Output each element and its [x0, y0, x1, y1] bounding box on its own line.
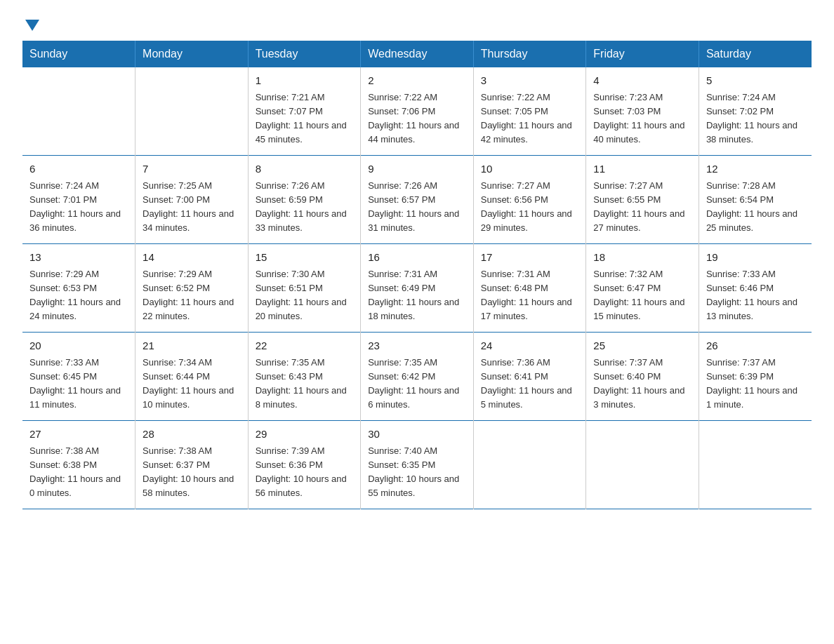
day-info: Sunrise: 7:29 AMSunset: 6:52 PMDaylight:… [143, 267, 241, 324]
day-info: Sunrise: 7:31 AMSunset: 6:49 PMDaylight:… [368, 267, 466, 324]
day-info: Sunrise: 7:24 AMSunset: 7:02 PMDaylight:… [706, 90, 805, 147]
calendar-day-cell: 13Sunrise: 7:29 AMSunset: 6:53 PMDayligh… [22, 244, 135, 333]
calendar-day-cell: 25Sunrise: 7:37 AMSunset: 6:40 PMDayligh… [586, 333, 699, 421]
day-info: Sunrise: 7:35 AMSunset: 6:42 PMDaylight:… [368, 356, 466, 412]
day-number: 4 [593, 73, 691, 89]
day-info: Sunrise: 7:28 AMSunset: 6:54 PMDaylight:… [706, 179, 805, 236]
calendar-day-cell: 29Sunrise: 7:39 AMSunset: 6:36 PMDayligh… [248, 421, 361, 509]
day-number: 1 [256, 73, 354, 89]
calendar-day-cell: 10Sunrise: 7:27 AMSunset: 6:56 PMDayligh… [473, 156, 586, 244]
calendar-day-cell: 20Sunrise: 7:33 AMSunset: 6:45 PMDayligh… [22, 333, 135, 421]
calendar-day-cell: 5Sunrise: 7:24 AMSunset: 7:02 PMDaylight… [699, 67, 812, 156]
day-info: Sunrise: 7:33 AMSunset: 6:46 PMDaylight:… [706, 267, 805, 324]
day-number: 10 [481, 161, 579, 177]
day-number: 2 [368, 73, 466, 89]
logo [22, 17, 39, 32]
calendar-day-cell: 22Sunrise: 7:35 AMSunset: 6:43 PMDayligh… [248, 333, 361, 421]
day-info: Sunrise: 7:26 AMSunset: 6:57 PMDaylight:… [368, 179, 466, 236]
day-info: Sunrise: 7:24 AMSunset: 7:01 PMDaylight:… [29, 179, 128, 236]
calendar-day-cell: 23Sunrise: 7:35 AMSunset: 6:42 PMDayligh… [361, 333, 474, 421]
day-number: 14 [143, 250, 241, 266]
calendar-day-cell: 2Sunrise: 7:22 AMSunset: 7:06 PMDaylight… [361, 67, 474, 156]
day-number: 21 [143, 338, 241, 354]
day-info: Sunrise: 7:38 AMSunset: 6:38 PMDaylight:… [29, 444, 128, 501]
day-number: 8 [256, 161, 354, 177]
calendar-day-cell [473, 421, 586, 509]
day-info: Sunrise: 7:31 AMSunset: 6:48 PMDaylight:… [481, 267, 579, 324]
calendar-day-cell: 28Sunrise: 7:38 AMSunset: 6:37 PMDayligh… [135, 421, 249, 509]
day-number: 23 [368, 338, 466, 354]
day-of-week-header: Tuesday [248, 41, 361, 67]
calendar-day-cell [586, 421, 699, 509]
day-number: 26 [706, 338, 805, 354]
calendar-day-cell: 1Sunrise: 7:21 AMSunset: 7:07 PMDaylight… [248, 67, 361, 156]
calendar-day-cell: 16Sunrise: 7:31 AMSunset: 6:49 PMDayligh… [361, 244, 474, 333]
day-info: Sunrise: 7:26 AMSunset: 6:59 PMDaylight:… [256, 179, 354, 236]
calendar-header-row: SundayMondayTuesdayWednesdayThursdayFrid… [22, 41, 812, 67]
calendar-day-cell: 17Sunrise: 7:31 AMSunset: 6:48 PMDayligh… [473, 244, 586, 333]
calendar-day-cell: 18Sunrise: 7:32 AMSunset: 6:47 PMDayligh… [586, 244, 699, 333]
calendar-day-cell: 11Sunrise: 7:27 AMSunset: 6:55 PMDayligh… [586, 156, 699, 244]
day-number: 29 [256, 427, 354, 443]
day-of-week-header: Sunday [22, 41, 135, 67]
calendar-day-cell: 14Sunrise: 7:29 AMSunset: 6:52 PMDayligh… [135, 244, 249, 333]
day-number: 19 [706, 250, 805, 266]
calendar-day-cell: 8Sunrise: 7:26 AMSunset: 6:59 PMDaylight… [248, 156, 361, 244]
calendar-day-cell: 15Sunrise: 7:30 AMSunset: 6:51 PMDayligh… [248, 244, 361, 333]
day-of-week-header: Monday [135, 41, 249, 67]
day-of-week-header: Saturday [699, 41, 812, 67]
calendar-day-cell: 21Sunrise: 7:34 AMSunset: 6:44 PMDayligh… [135, 333, 249, 421]
calendar-day-cell: 6Sunrise: 7:24 AMSunset: 7:01 PMDaylight… [22, 156, 135, 244]
day-number: 12 [706, 161, 805, 177]
calendar-day-cell: 30Sunrise: 7:40 AMSunset: 6:35 PMDayligh… [361, 421, 474, 509]
day-info: Sunrise: 7:37 AMSunset: 6:39 PMDaylight:… [706, 356, 805, 412]
calendar-table: SundayMondayTuesdayWednesdayThursdayFrid… [22, 41, 812, 509]
day-number: 15 [256, 250, 354, 266]
calendar-day-cell: 27Sunrise: 7:38 AMSunset: 6:38 PMDayligh… [22, 421, 135, 509]
day-info: Sunrise: 7:32 AMSunset: 6:47 PMDaylight:… [593, 267, 691, 324]
day-number: 25 [593, 338, 691, 354]
day-number: 16 [368, 250, 466, 266]
day-number: 28 [143, 427, 241, 443]
day-number: 5 [706, 73, 805, 89]
day-of-week-header: Wednesday [361, 41, 474, 67]
calendar-day-cell: 24Sunrise: 7:36 AMSunset: 6:41 PMDayligh… [473, 333, 586, 421]
calendar-week-row: 6Sunrise: 7:24 AMSunset: 7:01 PMDaylight… [22, 156, 812, 244]
logo-triangle-icon [25, 20, 39, 31]
calendar-day-cell [22, 67, 135, 156]
calendar-day-cell: 7Sunrise: 7:25 AMSunset: 7:00 PMDaylight… [135, 156, 249, 244]
day-number: 9 [368, 161, 466, 177]
day-number: 13 [29, 250, 128, 266]
day-info: Sunrise: 7:34 AMSunset: 6:44 PMDaylight:… [143, 356, 241, 412]
calendar-day-cell: 12Sunrise: 7:28 AMSunset: 6:54 PMDayligh… [699, 156, 812, 244]
calendar-day-cell: 26Sunrise: 7:37 AMSunset: 6:39 PMDayligh… [699, 333, 812, 421]
day-number: 6 [29, 161, 128, 177]
calendar-day-cell [699, 421, 812, 509]
day-number: 3 [481, 73, 579, 89]
day-number: 11 [593, 161, 691, 177]
calendar-day-cell: 4Sunrise: 7:23 AMSunset: 7:03 PMDaylight… [586, 67, 699, 156]
day-info: Sunrise: 7:22 AMSunset: 7:05 PMDaylight:… [481, 90, 579, 147]
day-number: 7 [143, 161, 241, 177]
day-number: 27 [29, 427, 128, 443]
day-info: Sunrise: 7:38 AMSunset: 6:37 PMDaylight:… [143, 444, 241, 501]
day-info: Sunrise: 7:33 AMSunset: 6:45 PMDaylight:… [29, 356, 128, 412]
day-info: Sunrise: 7:23 AMSunset: 7:03 PMDaylight:… [593, 90, 691, 147]
calendar-day-cell: 19Sunrise: 7:33 AMSunset: 6:46 PMDayligh… [699, 244, 812, 333]
calendar-week-row: 1Sunrise: 7:21 AMSunset: 7:07 PMDaylight… [22, 67, 812, 156]
day-info: Sunrise: 7:29 AMSunset: 6:53 PMDaylight:… [29, 267, 128, 324]
calendar-day-cell: 3Sunrise: 7:22 AMSunset: 7:05 PMDaylight… [473, 67, 586, 156]
day-info: Sunrise: 7:22 AMSunset: 7:06 PMDaylight:… [368, 90, 466, 147]
day-info: Sunrise: 7:27 AMSunset: 6:55 PMDaylight:… [593, 179, 691, 236]
day-info: Sunrise: 7:37 AMSunset: 6:40 PMDaylight:… [593, 356, 691, 412]
calendar-day-cell [135, 67, 249, 156]
day-info: Sunrise: 7:39 AMSunset: 6:36 PMDaylight:… [256, 444, 354, 501]
day-number: 30 [368, 427, 466, 443]
day-info: Sunrise: 7:36 AMSunset: 6:41 PMDaylight:… [481, 356, 579, 412]
day-info: Sunrise: 7:35 AMSunset: 6:43 PMDaylight:… [256, 356, 354, 412]
day-info: Sunrise: 7:25 AMSunset: 7:00 PMDaylight:… [143, 179, 241, 236]
day-number: 20 [29, 338, 128, 354]
day-number: 24 [481, 338, 579, 354]
day-info: Sunrise: 7:21 AMSunset: 7:07 PMDaylight:… [256, 90, 354, 147]
day-of-week-header: Friday [586, 41, 699, 67]
